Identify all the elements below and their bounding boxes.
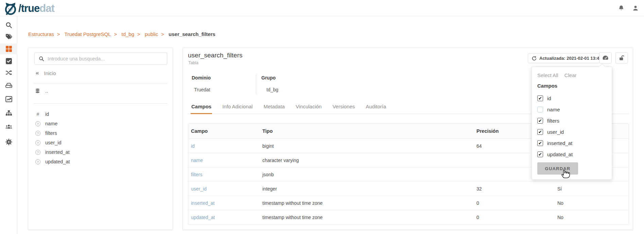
tab-info-adicional[interactable]: Info Adicional xyxy=(222,102,253,114)
select-all-link[interactable]: Select All xyxy=(537,72,558,78)
save-button[interactable]: GUARDAR xyxy=(537,162,578,175)
tab-auditoría[interactable]: Auditoría xyxy=(365,102,387,114)
shuffle-icon[interactable] xyxy=(5,70,12,77)
parent-structure-item[interactable]: .. xyxy=(35,88,48,94)
truedat-logo[interactable]: /truedat xyxy=(3,2,54,15)
fields-list: # id ? name ? filters ? user_id ? insert… xyxy=(35,109,70,166)
breadcrumb: Estructuras> Truedat PostgreSQL> td_bg> … xyxy=(28,31,215,37)
grid-icon[interactable] xyxy=(5,46,12,52)
tipo-cell: timestamp without time zone xyxy=(260,215,474,220)
column-header-tipo: Tipo xyxy=(260,128,474,134)
breadcrumb-link[interactable]: public xyxy=(145,31,158,37)
dropdown-option[interactable]: name xyxy=(537,104,606,115)
breadcrumb-link[interactable]: Estructuras xyxy=(28,31,54,37)
campo-link[interactable]: inserted_at xyxy=(191,200,214,206)
field-item[interactable]: ? updated_at xyxy=(35,157,70,166)
chevron-double-left-icon: « xyxy=(36,70,39,76)
field-item[interactable]: ? name xyxy=(35,119,70,128)
table-row: updated_at timestamp without time zone 0… xyxy=(188,210,629,224)
server-icon[interactable] xyxy=(5,83,12,89)
dropdown-option[interactable]: ✔ user_id xyxy=(537,126,606,138)
tachometer-icon xyxy=(602,55,609,61)
checkbox-icon[interactable]: ✔ xyxy=(537,95,543,101)
table-row: inserted_at timestamp without time zone … xyxy=(188,196,629,210)
checkbox-icon[interactable]: ✔ xyxy=(537,118,543,124)
magnifier-icon xyxy=(39,56,44,61)
unlock-icon xyxy=(619,55,625,61)
check-square-icon[interactable] xyxy=(5,58,12,65)
gear-icon[interactable] xyxy=(5,139,12,145)
breadcrumb-separator: > xyxy=(137,31,140,37)
divider xyxy=(256,74,256,94)
checkbox-icon[interactable]: ✔ xyxy=(537,140,543,146)
question-circle-icon: ? xyxy=(35,121,40,126)
campo-link[interactable]: name xyxy=(191,158,203,163)
chart-line-icon[interactable] xyxy=(5,96,12,103)
breadcrumb-current: user_search_filters xyxy=(169,31,215,37)
nullable-cell: No xyxy=(531,200,629,206)
users-icon[interactable] xyxy=(5,124,12,131)
refresh-icon xyxy=(532,56,537,61)
search-icon[interactable] xyxy=(5,22,12,29)
tab-versiones[interactable]: Versiones xyxy=(332,102,355,114)
tab-metadata[interactable]: Metadata xyxy=(263,102,285,114)
precision-cell: 64 xyxy=(474,143,531,149)
sitemap-icon[interactable] xyxy=(5,110,12,117)
dropdown-option[interactable]: ✔ id xyxy=(537,93,606,104)
unlock-button[interactable] xyxy=(615,52,628,64)
precision-cell: 0 xyxy=(474,215,531,220)
field-item[interactable]: ? user_id xyxy=(35,138,70,147)
campo-link[interactable]: id xyxy=(191,143,195,149)
divider xyxy=(34,84,167,84)
breadcrumb-separator: > xyxy=(57,31,60,37)
top-bar: /truedat xyxy=(0,0,644,16)
bell-icon[interactable] xyxy=(618,5,625,12)
dropdown-options: ✔ id name ✔ filters ✔ user_id ✔ inserted… xyxy=(537,93,606,160)
campo-link[interactable]: user_id xyxy=(191,186,207,192)
icon-sidebar xyxy=(0,16,17,234)
tipo-cell: jsonb xyxy=(260,172,474,177)
field-item[interactable]: ? inserted_at xyxy=(35,147,70,157)
dropdown-group-label: Campos xyxy=(537,83,606,89)
tipo-cell: integer xyxy=(260,186,474,192)
campo-link[interactable]: filters xyxy=(191,172,202,177)
back-to-home-link[interactable]: « Inicio xyxy=(36,70,56,76)
domain-value: Truedat xyxy=(194,87,210,92)
structure-type-label: Tabla xyxy=(188,60,198,65)
tags-icon[interactable] xyxy=(5,34,12,40)
user-icon[interactable] xyxy=(632,5,639,12)
hash-icon: # xyxy=(37,111,39,117)
breadcrumb-link[interactable]: td_bg xyxy=(121,31,134,37)
precision-cell: 32 xyxy=(474,186,531,192)
checkbox-icon[interactable]: ✔ xyxy=(537,129,543,135)
question-circle-icon: ? xyxy=(35,131,40,136)
checkbox-icon[interactable]: ✔ xyxy=(537,151,543,157)
tipo-cell: bigint xyxy=(260,143,474,149)
dropdown-option[interactable]: ✔ filters xyxy=(537,115,606,126)
search-input[interactable] xyxy=(48,56,163,61)
nullable-cell: Sí xyxy=(531,186,629,192)
checkbox-icon[interactable] xyxy=(537,107,543,112)
refresh-updated-button[interactable]: Actualizada: 2021-02-01 13:42 xyxy=(528,53,606,63)
column-settings-button[interactable] xyxy=(599,52,612,64)
hand-cursor-icon xyxy=(561,168,571,179)
divider xyxy=(34,103,167,104)
breadcrumb-separator: > xyxy=(161,31,164,37)
group-value: td_bg xyxy=(266,87,278,92)
campo-link[interactable]: updated_at xyxy=(191,215,215,220)
breadcrumb-link[interactable]: Truedat PostgreSQL xyxy=(65,31,111,37)
field-item[interactable]: ? filters xyxy=(35,128,70,138)
dropdown-option[interactable]: ✔ inserted_at xyxy=(537,138,606,149)
database-icon xyxy=(35,88,40,93)
question-circle-icon: ? xyxy=(35,140,40,145)
tab-vinculación[interactable]: Vinculación xyxy=(295,102,322,114)
clear-link[interactable]: Clear xyxy=(564,72,577,78)
column-settings-dropdown: Select All Clear Campos ✔ id name ✔ filt… xyxy=(532,67,612,180)
dropdown-option[interactable]: ✔ updated_at xyxy=(537,149,606,160)
tab-campos[interactable]: Campos xyxy=(191,102,212,114)
field-item[interactable]: # id xyxy=(35,109,70,119)
column-header-precision: Precisión xyxy=(474,128,531,134)
column-header-campo: Campo xyxy=(188,128,260,134)
precision-cell: 0 xyxy=(474,200,531,206)
page-title: user_search_filters xyxy=(188,52,243,59)
